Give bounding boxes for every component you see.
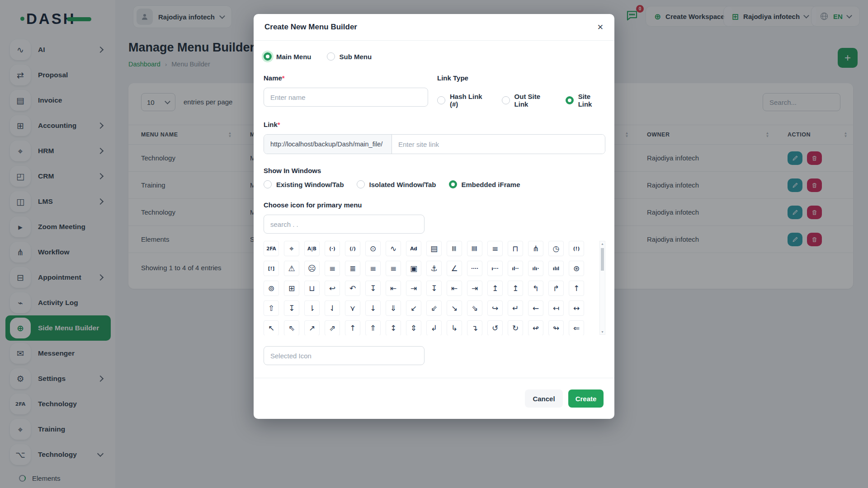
icon-cell[interactable]: (!) xyxy=(569,241,584,256)
icon-cell[interactable]: ⊓ xyxy=(508,241,523,256)
icon-cell[interactable]: ıl·· xyxy=(508,261,523,276)
icon-cell[interactable]: ↧ xyxy=(426,281,442,296)
icon-cell[interactable]: ⇕ xyxy=(406,320,421,335)
window-radio[interactable]: Existing Window/Tab xyxy=(264,180,344,188)
icon-cell[interactable]: ⊞ xyxy=(284,281,299,296)
icon-cell[interactable]: ↺ xyxy=(487,320,503,335)
scrollbar-thumb[interactable] xyxy=(601,248,604,271)
icon-cell[interactable]: (·) xyxy=(325,241,340,256)
icon-cell[interactable]: ↻ xyxy=(508,320,523,335)
close-icon[interactable]: ✕ xyxy=(597,23,604,31)
icon-cell[interactable]: ☹ xyxy=(304,261,320,276)
icon-cell[interactable]: ⇥ xyxy=(406,281,421,296)
icon-cell[interactable]: ···· xyxy=(467,261,482,276)
icon-cell[interactable]: ⇑ xyxy=(365,320,381,335)
scroll-down-icon[interactable]: ▼ xyxy=(601,330,604,333)
icon-cell[interactable]: ı··· xyxy=(487,261,503,276)
name-input[interactable] xyxy=(264,88,428,107)
icon-cell[interactable]: ↲ xyxy=(426,320,442,335)
icon-cell[interactable]: ⇙ xyxy=(426,300,442,316)
create-button[interactable]: Create xyxy=(568,389,604,408)
icon-cell[interactable]: ↰ xyxy=(528,281,543,296)
icon-cell[interactable]: ≡ xyxy=(325,261,340,276)
icon-cell[interactable]: ⇓ xyxy=(386,300,401,316)
icon-cell[interactable]: ⇗ xyxy=(325,320,340,335)
icon-cell[interactable]: ≣ xyxy=(467,241,482,256)
icon-cell[interactable]: ↬ xyxy=(548,320,564,335)
icon-cell[interactable]: ∿ xyxy=(386,241,401,256)
window-radio[interactable]: Isolated Window/Tab xyxy=(357,180,436,188)
icon-cell[interactable]: ↓ xyxy=(365,300,381,316)
icon-cell[interactable]: ılı· xyxy=(528,261,543,276)
icon-cell[interactable]: ⚓ xyxy=(426,261,442,276)
link-type-radio[interactable]: Site Link xyxy=(566,93,604,108)
icon-cell[interactable]: ◷ xyxy=(548,241,564,256)
icon-cell[interactable]: ⊙ xyxy=(365,241,381,256)
icon-cell[interactable]: ⌖ xyxy=(284,241,299,256)
icon-cell[interactable]: ≣ xyxy=(345,261,360,276)
icon-cell[interactable]: ≡ xyxy=(447,241,462,256)
icon-cell[interactable]: ⇂ xyxy=(304,300,320,316)
icon-cell[interactable]: ⇤ xyxy=(447,281,462,296)
icon-cell[interactable]: ≡ xyxy=(386,261,401,276)
icon-cell[interactable]: ↳ xyxy=(447,320,462,335)
icon-cell[interactable]: ⊔ xyxy=(304,281,320,296)
icon-cell[interactable]: ↱ xyxy=(548,281,564,296)
icon-cell[interactable]: ⊛ xyxy=(569,261,584,276)
icon-cell[interactable]: ⊚ xyxy=(264,281,279,296)
icon-picker-label: Choose icon for primary menu xyxy=(264,201,604,209)
icon-cell[interactable]: Ad xyxy=(406,241,421,256)
scroll-up-icon[interactable]: ▲ xyxy=(601,242,604,245)
icon-cell[interactable]: ⚠ xyxy=(284,261,299,276)
icon-cell[interactable]: ↕ xyxy=(386,320,401,335)
icon-cell[interactable]: ≡ xyxy=(365,261,381,276)
icon-cell[interactable]: ⇘ xyxy=(467,300,482,316)
icon-cell[interactable]: ⋔ xyxy=(528,241,543,256)
icon-cell[interactable]: ↙ xyxy=(406,300,421,316)
icon-grid-scrollbar[interactable]: ▲ ▼ xyxy=(599,241,605,335)
link-type-radio[interactable]: Hash Link (#) xyxy=(437,93,490,108)
icon-cell[interactable]: ↪ xyxy=(487,300,503,316)
icon-cell[interactable]: ⇐ xyxy=(569,320,584,335)
icon-cell[interactable]: ↑ xyxy=(569,281,584,296)
window-radio[interactable]: Embedded iFrame xyxy=(449,180,520,188)
icon-cell[interactable]: ∠ xyxy=(447,261,462,276)
icon-cell[interactable]: ≡ xyxy=(487,241,503,256)
menu-level-radio[interactable]: Sub Menu xyxy=(327,52,372,61)
icon-cell[interactable]: ▣ xyxy=(406,261,421,276)
icon-cell[interactable]: ↥ xyxy=(508,281,523,296)
icon-cell[interactable]: ↤ xyxy=(548,300,564,316)
menu-level-radio[interactable]: Main Menu xyxy=(264,52,311,61)
icon-cell[interactable]: 2FA xyxy=(264,241,279,256)
icon-cell[interactable]: ↶ xyxy=(345,281,360,296)
selected-icon-input[interactable] xyxy=(264,346,425,365)
icon-cell[interactable]: (/) xyxy=(345,241,360,256)
site-link-input[interactable] xyxy=(392,135,605,154)
icon-cell[interactable]: ↖ xyxy=(264,320,279,335)
icon-cell[interactable]: ↴ xyxy=(467,320,482,335)
icon-cell[interactable]: ⇃ xyxy=(325,300,340,316)
icon-cell[interactable]: ↵ xyxy=(508,300,523,316)
icon-cell[interactable]: ↗ xyxy=(304,320,320,335)
icon-cell[interactable]: ⇥ xyxy=(467,281,482,296)
icon-cell[interactable]: ⇤ xyxy=(386,281,401,296)
icon-cell[interactable]: ↥ xyxy=(487,281,503,296)
icon-cell[interactable]: ↘ xyxy=(447,300,462,316)
icon-cell[interactable]: ▤ xyxy=(426,241,442,256)
icon-cell[interactable]: ⇖ xyxy=(284,320,299,335)
cancel-button[interactable]: Cancel xyxy=(525,389,563,408)
icon-cell[interactable]: ↩ xyxy=(325,281,340,296)
icon-cell[interactable]: ← xyxy=(528,300,543,316)
icon-cell[interactable]: ↔ xyxy=(569,300,584,316)
icon-cell[interactable]: ↫ xyxy=(528,320,543,335)
icon-cell[interactable]: [!] xyxy=(264,261,279,276)
icon-cell[interactable]: ↑ xyxy=(345,320,360,335)
icon-search-input[interactable] xyxy=(264,215,425,234)
icon-cell[interactable]: ↧ xyxy=(284,300,299,316)
icon-cell[interactable]: A|B xyxy=(304,241,320,256)
icon-cell[interactable]: ↧ xyxy=(365,281,381,296)
icon-cell[interactable]: ⋎ xyxy=(345,300,360,316)
icon-cell[interactable]: ılıl xyxy=(548,261,564,276)
icon-cell[interactable]: ⇧ xyxy=(264,300,279,316)
link-type-radio[interactable]: Out Site Link xyxy=(502,93,554,108)
